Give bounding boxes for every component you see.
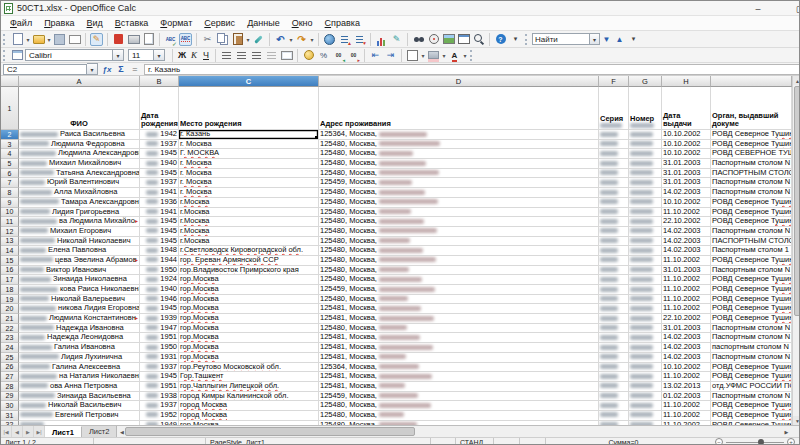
cell-passport-serial[interactable] (599, 372, 629, 382)
cell-name[interactable]: Лидия Григорьевна (19, 208, 140, 218)
find-dropdown-icon[interactable]: ▾ (590, 33, 600, 45)
cell-issuer[interactable]: Паспортным столом 1 (711, 246, 792, 256)
header-addr[interactable]: Адрес проживания (319, 87, 599, 130)
cell-issue-date[interactable]: 11.10.2002 (662, 401, 711, 411)
cell-address[interactable]: 125480, Москва, (319, 266, 599, 276)
cell-name[interactable]: Алла Михайловна (19, 188, 140, 198)
zoom-icon[interactable] (472, 33, 485, 46)
cell-passport-number[interactable] (629, 401, 662, 411)
cell-address[interactable]: 125481, Москва, (319, 343, 599, 353)
cell-birth[interactable]: 1938 (140, 392, 179, 402)
cell-issuer[interactable]: РОВД Северное Тушин (711, 295, 792, 305)
cell-birth[interactable]: 1931 (140, 353, 179, 363)
cell-issue-date[interactable]: 31.01.2003 (662, 178, 711, 188)
borders-icon[interactable] (406, 49, 419, 62)
cell-issuer[interactable]: РОВД Северное Тушин (711, 198, 792, 208)
column-header-B[interactable]: B (140, 76, 179, 87)
cell-passport-number[interactable] (629, 217, 662, 227)
cell-place[interactable]: гор.Москва (179, 324, 319, 334)
cell-issuer[interactable]: Паспортным столом N (711, 392, 792, 402)
row-header-15[interactable]: 15 (1, 256, 19, 266)
align-right-icon[interactable] (250, 49, 263, 62)
cell-issue-date[interactable]: 31.01.2003 (662, 266, 711, 276)
cell-passport-number[interactable] (629, 324, 662, 334)
merge-cells-icon[interactable] (280, 49, 293, 62)
cell-issuer[interactable]: РОВД Северное Тушин (711, 372, 792, 382)
delete-decimal-icon[interactable] (347, 49, 360, 62)
cell-name[interactable]: Надежда Ивановна (19, 324, 140, 334)
sort-ascending-icon[interactable] (338, 33, 351, 46)
cell-address[interactable]: 125480, Москва, (319, 295, 599, 305)
cell-issue-date[interactable]: 10.10.2002 (662, 198, 711, 208)
header-issuer[interactable]: Орган, выдавший докуме (711, 87, 792, 130)
styles-window-icon[interactable] (11, 49, 24, 62)
next-sheet-icon[interactable]: ▶ (23, 426, 34, 437)
column-header-C[interactable]: C (179, 76, 319, 87)
menu-item-0[interactable]: Файл (4, 17, 38, 29)
open-dropdown-icon[interactable]: ▾ (46, 36, 52, 43)
cell-place[interactable]: гор.Чаплыгин Липецкой обл. (179, 382, 319, 392)
cell-place[interactable]: гор.Москва (179, 343, 319, 353)
cell-passport-number[interactable] (629, 130, 662, 140)
cell-place[interactable]: гор.Реутово Московской обл. (179, 363, 319, 373)
paste-icon[interactable] (231, 33, 244, 46)
row-header-8[interactable]: 8 (1, 188, 19, 198)
cell-issuer[interactable]: РОВД Северное Тушин (711, 314, 792, 324)
cell-issuer[interactable]: РОВД Северное Тушин (711, 401, 792, 411)
cell-birth[interactable]: 1945 (140, 227, 179, 237)
cell-issuer[interactable]: РОВД Северное Тушин (711, 256, 792, 266)
cell-address[interactable]: 125459, Москва, (319, 285, 599, 295)
undo-icon[interactable] (274, 33, 287, 46)
cell-passport-serial[interactable] (599, 392, 629, 402)
menu-item-7[interactable]: Окно (286, 17, 319, 29)
save-icon[interactable] (53, 33, 66, 46)
cell-issuer[interactable]: РОВД Северное Тушин (711, 208, 792, 218)
first-sheet-icon[interactable]: |◀ (1, 426, 12, 437)
row-header-21[interactable]: 21 (1, 314, 19, 324)
new-document-dropdown-icon[interactable]: ▾ (25, 36, 31, 43)
maximize-button[interactable]: ▢ (787, 1, 800, 16)
cut-icon[interactable] (201, 33, 214, 46)
row-header-31[interactable]: 31 (1, 411, 19, 421)
cell-name[interactable]: Тамара Александровна (19, 198, 140, 208)
cell-issue-date[interactable]: 14.02.2003 (662, 246, 711, 256)
zoom-slider-handle[interactable] (758, 439, 764, 445)
cell-issue-date[interactable]: 01.02.2003 (662, 392, 711, 402)
auto-spellcheck-icon[interactable] (179, 33, 192, 46)
edit-file-icon[interactable] (90, 33, 103, 46)
cell-birth[interactable]: 1942 (140, 130, 179, 140)
find-replace-icon[interactable] (412, 33, 425, 46)
cell-issue-date[interactable]: 31.01.2003 (662, 169, 711, 179)
cell-place[interactable]: гор.Москва (179, 285, 319, 295)
cell-issuer[interactable]: ПАСПОРТНЫМ СТОЛОМ (711, 237, 792, 247)
row-header-26[interactable]: 26 (1, 363, 19, 373)
cell-address[interactable]: 125481, Москва, (319, 372, 599, 382)
row-header-4[interactable]: 4 (1, 149, 19, 159)
cell-address[interactable]: 125481, Москва, (319, 353, 599, 363)
row-header-3[interactable]: 3 (1, 140, 19, 150)
row-header-13[interactable]: 13 (1, 237, 19, 247)
cell-passport-number[interactable] (629, 333, 662, 343)
column-header-F[interactable]: F (599, 76, 629, 87)
row-header-6[interactable]: 6 (1, 169, 19, 179)
cell-birth[interactable]: 1950 (140, 266, 179, 276)
hyperlink-icon[interactable] (323, 33, 336, 46)
cell-address[interactable]: 125480, Москва, (319, 256, 599, 266)
header-place[interactable]: Место рождения (179, 87, 319, 130)
bold-button[interactable]: Ж (176, 49, 188, 61)
cell-address[interactable]: 125481, Москва, (319, 314, 599, 324)
cell-birth[interactable]: 1952 (140, 411, 179, 421)
cell-place[interactable]: Г. МОСКВА (179, 149, 319, 159)
cell-issue-date[interactable]: 14.02.2003 (662, 188, 711, 198)
cell-birth[interactable]: 1941 (140, 188, 179, 198)
format-paintbrush-icon[interactable] (252, 33, 265, 46)
sheet-tab-list1[interactable]: Лист1 (45, 426, 82, 437)
cell-passport-serial[interactable] (599, 353, 629, 363)
column-header-last[interactable] (711, 76, 792, 87)
cell-passport-number[interactable] (629, 237, 662, 247)
cell-passport-serial[interactable] (599, 237, 629, 247)
cell-place[interactable]: гор.Москва (179, 333, 319, 343)
row-header-19[interactable]: 19 (1, 295, 19, 305)
sort-descending-icon[interactable] (353, 33, 366, 46)
show-draw-functions-icon[interactable] (390, 33, 403, 46)
